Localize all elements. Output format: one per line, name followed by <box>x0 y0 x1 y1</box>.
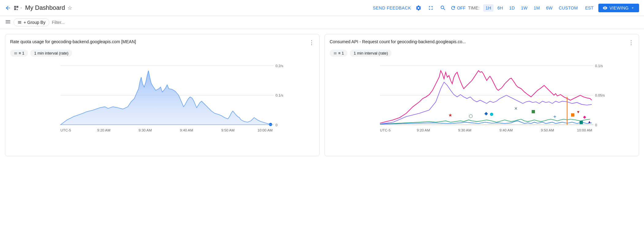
chip-2-label: ≡ 1 <box>338 51 344 55</box>
x-label-2-2: 9:30 AM <box>458 128 471 132</box>
page-title: My Dashboard <box>25 4 65 11</box>
card-header-1: Rate quota usage for geocoding-backend.g… <box>10 39 314 46</box>
marker-red-star: ★ <box>448 112 452 118</box>
settings-button[interactable] <box>414 3 423 13</box>
chart-1-title: Rate quota usage for geocoding-backend.g… <box>10 39 136 44</box>
toolbar: + Group By <box>0 16 644 29</box>
timezone-button[interactable]: EST <box>583 4 596 12</box>
refresh-group[interactable]: OFF <box>450 5 466 11</box>
refresh-label: OFF <box>457 6 466 10</box>
time-custom-button[interactable]: CUSTOM <box>556 4 580 12</box>
chart-card-2: Consumed API - Request count for geocodi… <box>324 34 639 156</box>
x-label-1-2: 9:20 AM <box>417 128 430 132</box>
filter-input[interactable] <box>52 20 639 25</box>
hamburger-icon[interactable] <box>5 19 11 26</box>
header: My Dashboard ☆ SEND FEEDBACK OFF TIME: 1… <box>0 0 644 16</box>
chip-2-interval: 1 min interval (rate) <box>354 51 388 55</box>
chart-2-filter-chip[interactable]: ≡ 1 <box>330 50 347 57</box>
x-label-4-1: 9:50 AM <box>221 128 234 132</box>
x-label-1-1: 9:20 AM <box>97 128 110 132</box>
chart-2-menu-button[interactable]: ⋮ <box>628 39 634 46</box>
x-label-2-1: 9:30 AM <box>138 128 152 132</box>
marker-green-hex: ⬡ <box>469 113 473 119</box>
chart-2-svg: 0.1/s 0.05/s 0 ★ ⬡ <box>330 59 634 151</box>
y-label-max-1: 0.2/s <box>275 64 283 68</box>
x-label-0-2: UTC-5 <box>380 128 391 132</box>
chart-card-1: Rate quota usage for geocoding-backend.g… <box>5 34 320 156</box>
y-label-mid-1: 0.1/s <box>275 93 283 97</box>
viewing-button[interactable]: VIEWING <box>598 4 639 12</box>
dashboard-icon-button[interactable] <box>13 5 23 11</box>
marker-teal-square <box>580 121 583 124</box>
marker-blue-diamond: ◆ <box>484 111 488 116</box>
chart-1-filter-chip[interactable]: ≡ 1 <box>10 50 28 57</box>
y-label-max-2: 0.1/s <box>595 64 603 68</box>
marker-gray-x: ✕ <box>514 106 518 111</box>
back-button[interactable] <box>5 5 11 11</box>
marker-cyan <box>490 113 493 116</box>
marker-orange-square <box>571 113 574 117</box>
marker-pink-diamond: ◆ <box>583 115 586 119</box>
marker-blue-plus: + <box>553 113 556 120</box>
marker-purple-triangle: ▲ <box>588 120 592 124</box>
card-chips-2: ≡ 1 1 min interval (rate) <box>330 50 634 57</box>
chart-2-interval-chip[interactable]: 1 min interval (rate) <box>350 50 392 57</box>
x-label-5-1: 10:00 AM <box>257 128 273 132</box>
group-by-button[interactable]: + Group By <box>13 18 49 26</box>
chip-1-label: ≡ 1 <box>19 51 24 55</box>
x-label-4-2: 9:50 AM <box>541 128 554 132</box>
x-label-0-1: UTC-5 <box>60 128 71 132</box>
time-1w-button[interactable]: 1W <box>518 4 530 12</box>
card-header-2: Consumed API - Request count for geocodi… <box>330 39 634 46</box>
x-label-5-2: 10:00 AM <box>577 128 592 132</box>
group-by-label: + Group By <box>24 20 45 25</box>
y-label-min-1: 0 <box>275 123 278 127</box>
chart-1-endpoint <box>269 123 272 126</box>
star-icon[interactable]: ☆ <box>67 5 72 11</box>
time-group: 1H 6H 1D 1W 1M 6W CUSTOM <box>483 4 580 12</box>
chart-1-menu-button[interactable]: ⋮ <box>309 39 314 46</box>
time-label: TIME: <box>468 6 479 10</box>
header-left: My Dashboard ☆ <box>5 4 370 11</box>
x-label-3-1: 9:40 AM <box>180 128 193 132</box>
main-content: Rate quota usage for geocoding-backend.g… <box>0 29 644 161</box>
marker-green-square <box>532 110 535 113</box>
x-label-3-2: 9:40 AM <box>499 128 513 132</box>
chart-2-title: Consumed API - Request count for geocodi… <box>330 39 466 44</box>
card-chips-1: ≡ 1 1 min interval (rate) <box>10 50 314 57</box>
chip-1-interval: 1 min interval (rate) <box>34 51 68 55</box>
time-1d-button[interactable]: 1D <box>507 4 517 12</box>
send-feedback-button[interactable]: SEND FEEDBACK <box>373 6 411 10</box>
chart-1-area: 0.2/s 0.1/s 0 UTC-5 9:20 AM <box>10 59 314 151</box>
marker-red-triangle: ▼ <box>576 110 580 114</box>
time-1m-button[interactable]: 1M <box>531 4 542 12</box>
chart-1-svg: 0.2/s 0.1/s 0 UTC-5 9:20 AM <box>10 59 314 151</box>
y-label-mid-2: 0.05/s <box>595 93 605 97</box>
header-center: SEND FEEDBACK OFF TIME: 1H 6H 1D 1W 1M 6… <box>373 3 639 13</box>
y-label-min-2: 0 <box>595 123 597 127</box>
search-button[interactable] <box>438 3 448 13</box>
line-purple <box>380 82 592 124</box>
chart-2-area: 0.1/s 0.05/s 0 ★ ⬡ <box>330 59 634 151</box>
time-1h-button[interactable]: 1H <box>483 4 494 12</box>
time-6w-button[interactable]: 6W <box>544 4 555 12</box>
fullscreen-button[interactable] <box>426 3 436 13</box>
time-6h-button[interactable]: 6H <box>495 4 506 12</box>
viewing-label: VIEWING <box>609 6 629 10</box>
chart-1-interval-chip[interactable]: 1 min interval (rate) <box>30 50 72 57</box>
